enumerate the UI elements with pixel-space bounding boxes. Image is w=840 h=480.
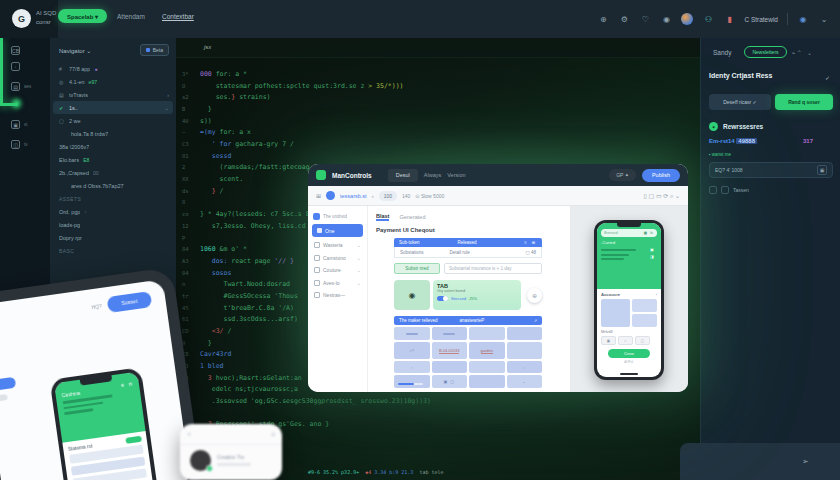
explorer-item[interactable]: Ord. pgp▫ xyxy=(50,205,176,218)
grid-cell[interactable] xyxy=(469,375,505,388)
explorer-item[interactable]: ▢2 we xyxy=(50,114,176,127)
panel-mini-icons[interactable]: ⌁ ⌃ xyxy=(792,49,802,56)
search-input[interactable]: Substanial insurance is + 1 day xyxy=(444,263,542,274)
grid-cell[interactable]: ▫ xyxy=(394,361,430,373)
cell-link[interactable]: garden xyxy=(481,348,493,354)
explorer-item[interactable]: ◎4.1-ene97 xyxy=(50,75,176,88)
explorer-item[interactable]: ▤tvTravis› xyxy=(50,88,176,101)
qr-icon[interactable]: ◨ xyxy=(650,254,654,259)
project-link[interactable]: tessarsb.st xyxy=(340,193,367,199)
globe-avatar-icon[interactable] xyxy=(681,13,693,25)
explorer-item[interactable]: #77/8 app● xyxy=(50,62,176,75)
panel-chevron-icon[interactable]: ⌄ xyxy=(807,49,812,56)
content-tab-basic[interactable]: Blast xyxy=(376,213,389,221)
explorer-item[interactable]: Dopry rpr xyxy=(50,231,176,244)
rail-item[interactable]: ▣st xyxy=(11,120,28,129)
grid-cell[interactable] xyxy=(632,299,657,312)
phone-section-header[interactable]: Accousre › xyxy=(601,292,657,297)
explorer-item[interactable]: 38a \2006v7 xyxy=(50,140,176,153)
explorer-item[interactable]: Elo.barsE8 xyxy=(50,153,176,166)
publish-button[interactable]: Publish xyxy=(642,169,680,182)
cell-link[interactable]: B.04.02033 xyxy=(439,348,459,354)
grid-cell[interactable]: B.04.02033 xyxy=(432,342,468,359)
grid-cell[interactable] xyxy=(507,327,543,340)
grid-cell[interactable]: ≈? xyxy=(394,342,430,359)
grid-cell[interactable] xyxy=(394,375,430,388)
workspace-button[interactable]: Spacelab ▾ xyxy=(58,9,107,23)
tablet-blue-pill[interactable] xyxy=(0,377,16,392)
cell-icons[interactable]: ▣ ▢ xyxy=(443,379,455,384)
explorer-item[interactable]: hola.Ta 8 trdw7 xyxy=(50,127,176,140)
rail-item[interactable]: CB xyxy=(11,46,20,55)
device-toolbar-icons[interactable]: ▯ ▢ ▭ ⟳ ⌕ ⌄ xyxy=(644,192,680,200)
grid-cell[interactable]: ⌄ xyxy=(507,375,543,388)
grid-cell[interactable]: garden xyxy=(469,342,505,359)
profile-popup-card[interactable]: ✕ ⧉ Creative Tre xyxy=(180,424,282,480)
segment-option[interactable]: ▣ xyxy=(601,336,616,345)
sidebar-item-active[interactable]: One xyxy=(312,224,363,237)
window-menu-2[interactable]: Version xyxy=(447,172,465,178)
user-icon[interactable]: ◉ xyxy=(797,13,809,25)
heart-icon[interactable]: ♡ xyxy=(639,13,651,25)
phone-search-bar[interactable]: Brenard ▦ ↻ xyxy=(601,229,657,237)
window-menu-1[interactable]: Always xyxy=(424,172,441,178)
rail-item[interactable]: ▤aes xyxy=(11,82,31,91)
newsletters-pill[interactable]: Newsletters xyxy=(744,46,786,58)
explorer-item[interactable]: ✔1s..⌄ xyxy=(53,101,173,114)
shield-icon[interactable]: ◉ xyxy=(660,13,672,25)
zoom-pill[interactable]: 100 xyxy=(379,191,397,201)
filter-tag[interactable]: Substr nred xyxy=(394,263,440,274)
dashboard-sidebar-item[interactable]: Wasteria⌄ xyxy=(308,239,367,252)
avatar[interactable] xyxy=(326,191,335,200)
expand-icon[interactable]: ↗ xyxy=(534,318,537,323)
bookmark-icon[interactable]: ▮ xyxy=(723,13,735,25)
add-button[interactable]: ⊕ xyxy=(527,288,542,303)
beta-toggle[interactable]: Beta xyxy=(140,44,169,56)
nav-item-1[interactable]: Attendam xyxy=(117,13,145,20)
grid-cell[interactable] xyxy=(601,299,630,327)
grid-cell[interactable] xyxy=(469,361,505,373)
expand-icon[interactable]: ⧉ xyxy=(271,431,275,438)
back-icon[interactable]: ‹ xyxy=(372,193,374,199)
grid-cell[interactable]: ▣ ▢ xyxy=(432,375,468,388)
phone-header-icons[interactable]: ▦ ↻ xyxy=(644,231,654,235)
card-link[interactable]: Stessed xyxy=(451,296,466,301)
grid-cell[interactable] xyxy=(632,314,657,327)
rail-item[interactable]: ◦ xyxy=(11,62,20,71)
gear-icon[interactable]: ⚙ xyxy=(618,13,630,25)
dashboard-sidebar-item[interactable]: Aves-lo⌄ xyxy=(308,277,367,290)
icon-card[interactable]: ◉ xyxy=(394,280,430,310)
send-icon[interactable]: ➢ xyxy=(802,457,809,466)
table-row[interactable]: Substations Detail rule ▢ 48 xyxy=(394,247,542,258)
window-titlebar[interactable]: ManControls Desul Always Version GP ✦ Pu… xyxy=(308,164,688,186)
dashboard-sidebar-item[interactable]: Couture⌄ xyxy=(308,264,367,277)
nav-item-2[interactable]: Contextbar xyxy=(162,13,194,20)
secondary-button[interactable]: Deseff ricasr ✓ xyxy=(709,94,771,110)
window-tab-design[interactable]: Desul xyxy=(388,169,418,182)
explorer-item[interactable]: 2b.,Crapsed⌧ xyxy=(50,166,176,179)
collab-pill[interactable]: GP ✦ xyxy=(609,169,636,181)
grid-cell[interactable] xyxy=(394,327,430,340)
rail-item[interactable]: ◫ts xyxy=(11,140,28,149)
grid-cell[interactable] xyxy=(507,342,543,359)
chevron-down-icon[interactable]: ⌄ xyxy=(818,13,830,25)
grid-cell[interactable] xyxy=(469,327,505,340)
close-icon[interactable]: ✕ xyxy=(187,431,191,437)
grid-cell[interactable] xyxy=(432,327,468,340)
explorer-item[interactable]: ares d Obss.7b7ap27 xyxy=(50,179,176,192)
explorer-item[interactable]: loads-pg xyxy=(50,218,176,231)
tab-card[interactable]: TAB Gry astent bemd Stessed 25% xyxy=(433,280,521,310)
table-header-icons[interactable]: ≡ ⊞ xyxy=(524,240,537,245)
grid-icon[interactable]: ⊞ xyxy=(316,192,321,199)
explorer-title[interactable]: Navigator ⌄ xyxy=(59,47,140,54)
target-icon[interactable]: ⊕ xyxy=(597,13,609,25)
dashboard-sidebar-item[interactable]: Nestras— xyxy=(308,289,367,302)
app-logo[interactable]: G xyxy=(12,9,31,28)
users-icon[interactable]: ⚇ xyxy=(702,13,714,25)
user-name[interactable]: C Stratewid xyxy=(744,16,778,23)
toggle-switch[interactable] xyxy=(437,296,448,302)
editor-tab-jsx[interactable]: jsx xyxy=(204,44,211,50)
resource-link[interactable]: Em-rst14 49888 xyxy=(709,138,757,144)
grid-cell[interactable]: ▫ xyxy=(507,361,543,373)
copy-icon[interactable]: ▣ xyxy=(817,165,827,175)
